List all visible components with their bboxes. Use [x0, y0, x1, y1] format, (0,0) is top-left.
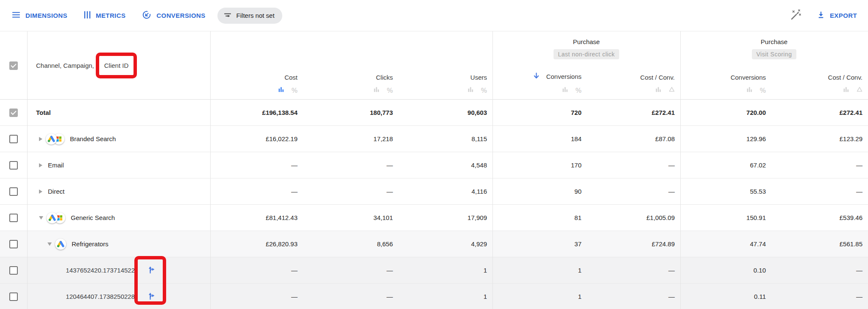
bar-chart-toggle-icon[interactable]: [374, 86, 379, 93]
total-label: Total: [36, 109, 51, 116]
table-row-generic-search: Generic Search £81,412.43 34,101 17,909 …: [0, 205, 868, 231]
channel-icons: [55, 239, 66, 250]
sort-descending-icon[interactable]: [532, 72, 540, 81]
cell-conversions-vs: 0.10: [680, 257, 771, 283]
filters-chip[interactable]: Filters not set: [217, 8, 282, 24]
collapse-arrow-icon[interactable]: [47, 242, 52, 246]
group-title: Purchase: [573, 38, 600, 45]
row-name[interactable]: Email: [48, 161, 64, 169]
auto-magic-button[interactable]: [789, 8, 802, 23]
table-row-total: Total £196,138.54 180,773 90,603 720 £27…: [0, 100, 868, 126]
percent-toggle-icon[interactable]: %: [760, 88, 766, 93]
row-name[interactable]: Generic Search: [71, 214, 115, 221]
row-checkbox[interactable]: [9, 240, 18, 248]
row-checkbox[interactable]: [9, 214, 18, 222]
select-all-checkbox[interactable]: [9, 61, 18, 70]
cell-costconv-lndc: —: [587, 152, 680, 178]
conversions-icon: [142, 10, 152, 21]
conversions-button[interactable]: CONVERSIONS: [142, 10, 205, 21]
cell-cost: —: [210, 284, 303, 309]
row-checkbox[interactable]: [9, 187, 18, 196]
bar-chart-toggle-icon[interactable]: [656, 86, 661, 93]
client-journey-icon[interactable]: [147, 291, 156, 302]
bar-chart-toggle-icon[interactable]: [562, 86, 568, 93]
row-name[interactable]: Branded Search: [70, 135, 116, 142]
conversions-lndc-column-header[interactable]: Conversions %: [492, 64, 587, 100]
total-cost: £196,138.54: [210, 100, 303, 125]
cell-users: 4,548: [398, 152, 492, 178]
row-checkbox[interactable]: [9, 109, 18, 117]
percent-toggle-icon[interactable]: %: [292, 88, 298, 93]
cell-clicks: —: [303, 284, 398, 309]
delta-toggle-icon[interactable]: [857, 86, 862, 93]
dimension-column-header[interactable]: Channel, Campaign, Client ID: [27, 31, 210, 100]
cell-costconv-vs: £561.85: [771, 231, 868, 257]
bar-chart-toggle-icon[interactable]: [278, 86, 284, 93]
total-costconv-lndc: £272.41: [587, 100, 680, 125]
cell-costconv-vs: —: [771, 284, 868, 309]
cost-column-header[interactable]: Cost %: [210, 64, 303, 100]
cell-conversions-lndc: 90: [492, 178, 587, 204]
row-name[interactable]: Refrigerators: [72, 240, 108, 248]
cell-conversions-lndc: 184: [492, 126, 587, 152]
purchase-lndc-group-header: Purchase Last non-direct click: [492, 31, 680, 64]
percent-toggle-icon[interactable]: %: [387, 88, 393, 93]
cell-costconv-lndc: £724.89: [587, 231, 680, 257]
column-label: Conversions: [731, 74, 766, 81]
table-header: Channel, Campaign, Client ID Purchase La…: [0, 31, 868, 100]
cell-conversions-lndc: 81: [492, 205, 587, 231]
cell-clicks: 8,656: [303, 231, 398, 257]
costconv-vs-column-header[interactable]: Cost / Conv.: [771, 64, 868, 100]
delta-toggle-icon[interactable]: [669, 86, 675, 93]
column-label: Cost / Conv.: [640, 74, 675, 81]
row-checkbox[interactable]: [9, 292, 18, 301]
row-checkbox[interactable]: [9, 161, 18, 170]
users-column-header[interactable]: Users %: [398, 64, 492, 100]
cell-cost: £26,820.93: [210, 231, 303, 257]
cell-conversions-lndc: 37: [492, 231, 587, 257]
row-name[interactable]: Direct: [48, 188, 64, 195]
conversions-label: CONVERSIONS: [156, 12, 205, 19]
table-row-direct: Direct — — 4,116 90 — 55.53 —: [0, 178, 868, 205]
row-checkbox[interactable]: [9, 266, 18, 275]
metrics-icon: [83, 10, 91, 21]
bar-chart-toggle-icon[interactable]: [843, 86, 849, 93]
bar-chart-toggle-icon[interactable]: [468, 86, 473, 93]
cell-conversions-vs: 129.96: [680, 126, 771, 152]
attribution-model-pill: Last non-direct click: [554, 49, 619, 59]
cell-conversions-vs: 55.53: [680, 178, 771, 204]
export-button[interactable]: EXPORT: [817, 11, 857, 20]
row-checkbox[interactable]: [9, 135, 18, 143]
bar-chart-toggle-icon[interactable]: [747, 86, 752, 93]
client-journey-icon[interactable]: [147, 265, 156, 276]
cell-cost: —: [210, 257, 303, 283]
metrics-label: METRICS: [96, 12, 125, 19]
cell-cost: £81,412.43: [210, 205, 303, 231]
expand-arrow-icon[interactable]: [39, 137, 42, 141]
client-id-value: 1437652420.173714522: [66, 267, 135, 274]
cell-clicks: —: [303, 152, 398, 178]
collapse-arrow-icon[interactable]: [39, 216, 43, 220]
metrics-button[interactable]: METRICS: [83, 10, 125, 21]
conversions-vs-column-header[interactable]: Conversions %: [680, 64, 771, 100]
cell-costconv-lndc: —: [587, 257, 680, 283]
cell-conversions-vs: 150.91: [680, 205, 771, 231]
percent-toggle-icon[interactable]: %: [481, 88, 487, 93]
cell-users: 4,116: [398, 178, 492, 204]
cell-users: 17,909: [398, 205, 492, 231]
costconv-lndc-column-header[interactable]: Cost / Conv.: [587, 64, 680, 100]
expand-arrow-icon[interactable]: [39, 163, 42, 167]
cell-cost: —: [210, 152, 303, 178]
analytics-report-page: DIMENSIONS METRICS CONVERSIONS: [0, 0, 868, 309]
google-ads-icon: [46, 134, 57, 145]
column-label: Cost / Conv.: [828, 74, 862, 81]
cell-costconv-vs: £539.46: [771, 205, 868, 231]
total-clicks: 180,773: [303, 100, 398, 125]
clicks-column-header[interactable]: Clicks %: [303, 64, 398, 100]
table-row-client-id-2: 120464407.1738250228 — — 1 1 — 0.11 —: [0, 284, 868, 309]
dimensions-button[interactable]: DIMENSIONS: [11, 10, 67, 21]
magic-wand-icon: [789, 8, 802, 23]
percent-toggle-icon[interactable]: %: [576, 88, 581, 93]
expand-arrow-icon[interactable]: [39, 189, 42, 194]
cell-clicks: —: [303, 178, 398, 204]
